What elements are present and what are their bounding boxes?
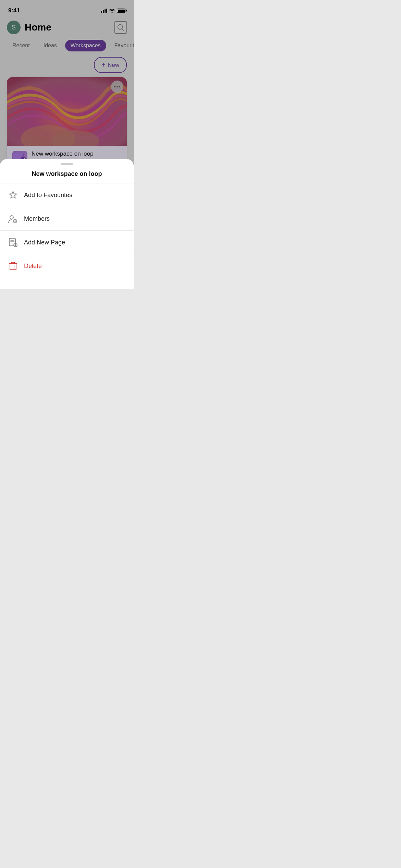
sheet-item-add-favourites[interactable]: Add to Favourites (0, 183, 134, 207)
sheet-item-delete[interactable]: Delete (0, 254, 134, 278)
delete-label: Delete (24, 263, 42, 270)
svg-rect-19 (10, 263, 16, 270)
sheet-item-add-page[interactable]: Add New Page (0, 231, 134, 254)
bottom-sheet: New workspace on loop Add to Favourites … (0, 159, 134, 289)
svg-point-8 (10, 216, 13, 219)
add-favourites-label: Add to Favourites (24, 192, 72, 199)
trash-icon (8, 261, 18, 271)
sheet-title: New workspace on loop (0, 168, 134, 183)
members-label: Members (24, 215, 50, 222)
star-icon (8, 190, 18, 200)
add-page-icon (8, 238, 18, 247)
add-page-label: Add New Page (24, 239, 65, 246)
sheet-handle-row (0, 159, 134, 168)
sheet-handle (61, 163, 73, 165)
sheet-item-members[interactable]: Members (0, 207, 134, 230)
members-icon (8, 214, 18, 224)
